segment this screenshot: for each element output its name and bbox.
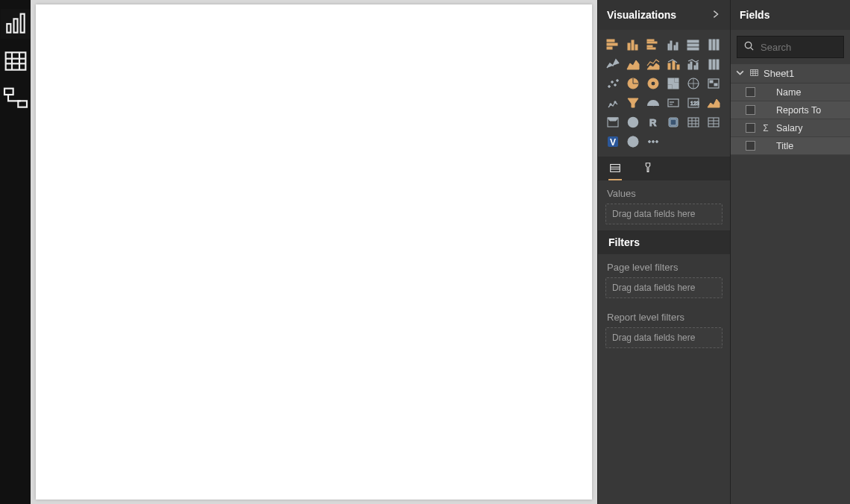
field-checkbox[interactable]: [746, 141, 755, 151]
svg-rect-35: [694, 66, 696, 69]
kpi-icon[interactable]: [705, 94, 722, 112]
svg-rect-9: [18, 101, 27, 107]
svg-point-56: [614, 101, 616, 103]
field-title[interactable]: Title: [731, 137, 850, 155]
svg-rect-33: [688, 64, 690, 69]
svg-point-64: [629, 118, 638, 127]
funnel-icon[interactable]: [624, 94, 642, 112]
svg-point-82: [649, 141, 651, 143]
pie-chart-icon[interactable]: [644, 75, 662, 92]
viz-format-tabs: [598, 157, 730, 180]
fields-search-wrap: [731, 30, 850, 64]
svg-point-84: [656, 141, 658, 143]
svg-rect-90: [751, 69, 758, 75]
ribbon-chart-icon[interactable]: [705, 55, 722, 73]
multi-row-card-icon[interactable]: 123: [684, 94, 702, 112]
stacked-bar-chart-icon[interactable]: [604, 36, 622, 54]
waterfall-chart-icon[interactable]: [604, 75, 622, 92]
svg-rect-21: [670, 41, 672, 50]
svg-rect-36: [696, 63, 698, 69]
svg-rect-20: [668, 44, 670, 50]
clustered-column-chart-icon[interactable]: [664, 36, 682, 54]
r-visual-icon[interactable]: [664, 113, 682, 131]
field-label: Name: [776, 87, 801, 98]
hundred-stacked-bar-icon[interactable]: [684, 36, 702, 54]
collapse-visualizations-icon[interactable]: [711, 9, 721, 22]
report-view-button[interactable]: [1, 9, 31, 39]
area-chart-icon[interactable]: [624, 55, 642, 73]
fields-search-input[interactable]: [761, 42, 837, 53]
field-name[interactable]: Name: [731, 84, 850, 101]
page-filter-drop-zone[interactable]: Drag data fields here: [605, 277, 722, 298]
svg-point-41: [611, 81, 614, 84]
matrix-icon[interactable]: R: [644, 113, 662, 131]
fields-header: Fields: [731, 0, 850, 30]
svg-line-89: [751, 47, 753, 49]
card-icon[interactable]: [664, 94, 682, 112]
table-sheet1[interactable]: Sheet1: [731, 64, 850, 84]
svg-point-46: [651, 81, 655, 86]
table-name: Sheet1: [764, 68, 794, 79]
field-checkbox[interactable]: [746, 87, 755, 97]
arcgis-map-icon[interactable]: [705, 113, 722, 131]
svg-rect-29: [717, 40, 719, 50]
svg-rect-14: [632, 40, 634, 50]
svg-text:R: R: [649, 117, 657, 128]
field-label: Salary: [776, 123, 802, 133]
field-salary[interactable]: Σ Salary: [731, 119, 850, 137]
report-filter-drop-zone[interactable]: Drag data fields here: [605, 327, 722, 348]
hundred-stacked-column-icon[interactable]: [705, 36, 722, 54]
visualizations-header: Visualizations: [598, 0, 730, 30]
stacked-area-chart-icon[interactable]: [644, 55, 662, 73]
page-level-filters-label: Page level filters: [598, 254, 730, 277]
svg-rect-68: [688, 118, 699, 127]
field-checkbox[interactable]: [746, 123, 755, 133]
line-chart-icon[interactable]: [604, 55, 622, 73]
stacked-column-chart-icon[interactable]: [624, 36, 642, 54]
treemap-icon[interactable]: [684, 75, 702, 92]
svg-rect-11: [607, 43, 617, 45]
gauge-icon[interactable]: [644, 94, 662, 112]
svg-rect-67: [670, 119, 676, 125]
clustered-bar-chart-icon[interactable]: [644, 36, 662, 54]
svg-text:V: V: [610, 137, 616, 148]
fields-search-box[interactable]: [737, 36, 844, 58]
line-stacked-column-icon[interactable]: [664, 55, 682, 73]
svg-rect-24: [687, 40, 699, 42]
python-visual-icon[interactable]: [684, 113, 702, 131]
svg-rect-2: [20, 14, 24, 33]
svg-point-83: [652, 141, 655, 143]
model-view-button[interactable]: [1, 84, 31, 113]
svg-text:123: 123: [690, 101, 699, 106]
svg-rect-12: [607, 47, 612, 49]
visio-visual-icon[interactable]: V: [604, 133, 622, 151]
slicer-icon[interactable]: [604, 113, 622, 131]
globe-icon[interactable]: [624, 133, 642, 151]
data-view-button[interactable]: [1, 46, 31, 76]
svg-rect-26: [687, 48, 699, 50]
donut-chart-icon[interactable]: [664, 75, 682, 92]
line-clustered-column-icon[interactable]: [684, 55, 702, 73]
svg-point-43: [617, 80, 619, 82]
table-visual-icon[interactable]: [624, 113, 642, 131]
filled-map-icon[interactable]: [604, 94, 622, 112]
scatter-chart-icon[interactable]: [624, 75, 642, 92]
ellipsis-icon[interactable]: [644, 133, 662, 151]
filters-header: Filters: [598, 230, 730, 254]
svg-rect-38: [713, 60, 715, 69]
format-tab[interactable]: [641, 157, 655, 180]
field-reports-to[interactable]: Reports To: [731, 101, 850, 119]
svg-point-40: [608, 86, 611, 88]
field-label: Title: [776, 141, 793, 151]
svg-rect-0: [7, 24, 10, 33]
report-canvas[interactable]: [36, 4, 592, 500]
values-drop-zone[interactable]: Drag data fields here: [605, 204, 722, 224]
collapse-icon: [735, 68, 745, 80]
field-checkbox[interactable]: [746, 105, 755, 115]
field-label: Reports To: [776, 105, 821, 116]
svg-rect-17: [647, 42, 657, 43]
canvas-wrapper: [31, 0, 597, 504]
fields-tab[interactable]: [608, 157, 622, 180]
svg-rect-16: [647, 40, 654, 41]
map-icon[interactable]: [705, 75, 722, 92]
